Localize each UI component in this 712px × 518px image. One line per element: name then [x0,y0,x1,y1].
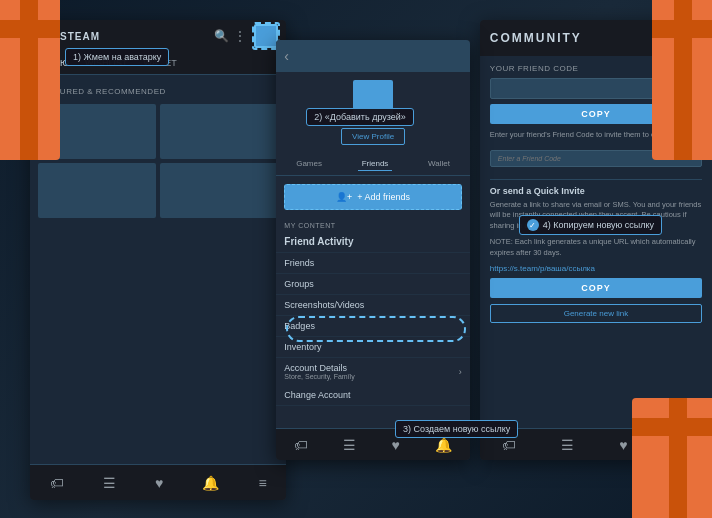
menu-screenshots[interactable]: Screenshots/Videos [276,295,469,316]
menu-friend-activity[interactable]: Friend Activity [276,231,469,253]
chevron-right-icon: › [459,367,462,377]
featured-item-4 [160,163,278,218]
tag-icon[interactable]: 🏷 [50,475,64,491]
menu-groups[interactable]: Groups [276,274,469,295]
link-url: https://s.team/p/ваша/ссылка [490,264,702,273]
add-friends-annotation-oval [286,316,466,342]
featured-item-3 [38,163,156,218]
warning-text: NOTE: Each link generates a unique URL w… [490,237,702,258]
bell-icon-2[interactable]: 🔔 [435,437,452,453]
menu-friends[interactable]: Friends [276,253,469,274]
gift-box-left [0,0,60,160]
dots-icon[interactable]: ⋮ [234,29,248,43]
annotation-1: 1) Жмем на аватарку [65,48,169,66]
featured-label: FEATURED & RECOMMENDED [38,83,278,100]
avatar[interactable] [254,24,278,48]
account-subtitle: Store, Security, Famîly [284,373,354,380]
add-friends-label: + Add friends [357,192,410,202]
add-friends-button[interactable]: 👤+ + Add friends [284,184,461,210]
featured-item-2 [160,104,278,159]
copy-link-button[interactable]: COPY [490,278,702,298]
heart-icon[interactable]: ♥ [155,475,163,491]
annotation-2: 2) «Добавить друзей» [306,108,414,126]
gift-box-bottom-right [632,398,712,518]
featured-grid [38,104,278,218]
my-content-label: MY CONTENT [276,218,469,231]
menu-icon[interactable]: ≡ [259,475,267,491]
list-icon-2[interactable]: ☰ [343,437,356,453]
view-profile-button[interactable]: View Profile [341,128,405,145]
add-friends-icon: 👤+ [336,192,352,202]
friend-overlay-panel: ‹ View Profile 2) «Добавить друзей» Game… [276,40,469,460]
menu-change-account[interactable]: Change Account [276,385,469,406]
heart-icon-3[interactable]: ♥ [619,437,627,453]
bell-icon[interactable]: 🔔 [202,475,219,491]
search-icon[interactable]: 🔍 [214,29,228,43]
generate-link-button[interactable]: Generate new link [490,304,702,323]
list-icon[interactable]: ☰ [103,475,116,491]
quick-invite-title: Or send a Quick Invite [490,186,702,196]
heart-icon-2[interactable]: ♥ [392,437,400,453]
steam-bottom-bar: 🏷 ☰ ♥ 🔔 ≡ [30,464,286,500]
divider [490,179,702,180]
annotation-4: ✓ 4) Копируем новую ссылку [519,215,662,235]
overlay-tabs: Games Friends Wallet [276,153,469,176]
steam-logo-text: STEAM [60,31,100,42]
account-details-item[interactable]: Account Details Store, Security, Famîly … [276,358,469,385]
tag-icon-3[interactable]: 🏷 [502,437,516,453]
tab-games[interactable]: Games [292,157,326,171]
check-icon: ✓ [527,219,539,231]
steam-client-window: STEAM 🔍 ⋮ 1) Жмем на аватарку МЕНЮ WISHL… [30,20,286,500]
tab-wallet[interactable]: Wallet [424,157,454,171]
gift-box-right [652,0,712,160]
steam-header-icons: 🔍 ⋮ [214,24,278,48]
list-icon-3[interactable]: ☰ [561,437,574,453]
tag-icon-2[interactable]: 🏷 [294,437,308,453]
back-arrow-icon[interactable]: ‹ [284,48,289,64]
steam-main-content: FEATURED & RECOMMENDED [30,75,286,226]
account-details-label: Account Details [284,363,347,373]
overlay-header: ‹ [276,40,469,72]
community-title: COMMUNITY [490,31,582,45]
tab-friends[interactable]: Friends [358,157,393,171]
annotation-3: 3) Создаем новую ссылку [395,420,518,438]
